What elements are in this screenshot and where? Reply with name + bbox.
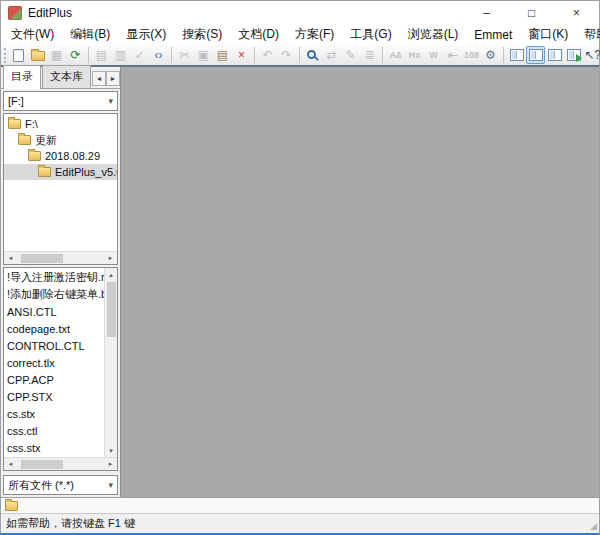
scrollbar-thumb[interactable]: [21, 460, 63, 469]
spell-check-icon: ✓: [130, 46, 149, 64]
menu-item-search[interactable]: 搜索(S): [174, 24, 230, 45]
toolbar-separator: [382, 47, 383, 63]
preferences-icon[interactable]: ⚙: [481, 46, 500, 64]
file-item[interactable]: CONTROL.CTL: [4, 337, 104, 354]
tab-cliptext[interactable]: 文本库: [42, 65, 91, 88]
scrollbar-thumb[interactable]: [107, 282, 116, 337]
scrollbar-thumb[interactable]: [21, 254, 63, 263]
title-bar: EditPlus – □ ×: [1, 1, 599, 24]
delete-icon[interactable]: ×: [232, 46, 251, 64]
menu-item-document[interactable]: 文档(D): [230, 24, 287, 45]
cut-icon: ✂: [175, 46, 194, 64]
toggle-browser-icon[interactable]: [564, 46, 583, 64]
tree-item[interactable]: EditPlus_v5.0.125: [4, 164, 117, 180]
file-list-main: !导入注册激活密钥.re!添加删除右键菜单.bANSI.CTLcodepage.…: [4, 268, 117, 457]
tree-item-label: 更新: [35, 133, 57, 148]
print-preview-icon: ▥: [111, 46, 130, 64]
scroll-up-icon[interactable]: ▴: [105, 268, 118, 281]
save-icon: ▦: [47, 46, 66, 64]
file-item[interactable]: correct.tlx: [4, 354, 104, 371]
scroll-left-icon[interactable]: ◂: [4, 458, 17, 471]
toggle-directory-icon[interactable]: [526, 46, 545, 64]
tree-item-label: F:\: [25, 118, 38, 130]
scroll-right-icon[interactable]: ▸: [104, 252, 117, 265]
document-tab-bar: [1, 497, 599, 513]
file-item[interactable]: cs.stx: [4, 405, 104, 422]
folder-icon: [18, 135, 31, 145]
open-file-icon[interactable]: [28, 46, 47, 64]
scroll-right-icon[interactable]: ▸: [104, 458, 117, 471]
tree-item[interactable]: F:\: [4, 116, 117, 132]
toolbar-grip-handle[interactable]: [4, 48, 6, 63]
chevron-down-icon: ▾: [108, 480, 113, 490]
scroll-left-icon[interactable]: ◂: [4, 252, 17, 265]
menu-item-project[interactable]: 方案(F): [287, 24, 342, 45]
menu-item-help[interactable]: 帮助: [576, 24, 600, 45]
maximize-button[interactable]: □: [509, 1, 554, 24]
minimize-button[interactable]: –: [464, 1, 509, 24]
file-item[interactable]: !添加删除右键菜单.b: [4, 286, 104, 303]
function-list-icon: ≣: [360, 46, 379, 64]
menu-item-tools[interactable]: 工具(G): [342, 24, 399, 45]
folder-tree: F:\更新2018.08.29EditPlus_v5.0.125: [4, 114, 117, 251]
menu-bar: 文件(W)编辑(B)显示(X)搜索(S)文档(D)方案(F)工具(G)浏览器(L…: [1, 24, 599, 45]
folder-icon: [38, 167, 51, 177]
tree-item[interactable]: 2018.08.29: [4, 148, 117, 164]
tree-item[interactable]: 更新: [4, 132, 117, 148]
file-filter-select[interactable]: 所有文件 (*.*) ▾: [3, 475, 118, 495]
file-list-panel: !导入注册激活密钥.re!添加删除右键菜单.bANSI.CTLcodepage.…: [3, 267, 118, 471]
folder-icon[interactable]: [5, 501, 18, 511]
file-item[interactable]: !导入注册激活密钥.re: [4, 269, 104, 286]
context-help-icon[interactable]: ↖?: [583, 46, 600, 64]
heading-icon: Hx: [405, 46, 424, 64]
print-icon: ▤: [92, 46, 111, 64]
menu-item-emmet[interactable]: Emmet: [466, 24, 520, 45]
window-controls: – □ ×: [464, 1, 599, 24]
toggle-cliptext-icon[interactable]: [507, 46, 526, 64]
menu-item-file[interactable]: 文件(W): [3, 24, 62, 45]
toolbar: ▦⟳▤▥✓‹›✂▣▤×↶↷⇄✎≣AāHxW⇤108⚙↖?: [1, 45, 599, 67]
toolbar-separator: [503, 47, 504, 63]
paste-icon[interactable]: ▤: [213, 46, 232, 64]
find-in-files-icon: ✎: [341, 46, 360, 64]
menu-item-browser[interactable]: 浏览器(L): [400, 24, 467, 45]
file-list-vertical-scrollbar[interactable]: ▴ ▾: [104, 268, 117, 457]
indent-icon: ⇤: [443, 46, 462, 64]
file-item[interactable]: CPP.ACP: [4, 371, 104, 388]
menu-item-view[interactable]: 显示(X): [118, 24, 174, 45]
menu-item-window[interactable]: 窗口(K): [520, 24, 576, 45]
new-file-icon[interactable]: [9, 46, 28, 64]
toolbar-separator: [299, 47, 300, 63]
save-all-icon[interactable]: ⟳: [66, 46, 85, 64]
file-filter-value: 所有文件 (*.*): [8, 478, 74, 493]
word-wrap-icon: W: [424, 46, 443, 64]
toggle-output-icon[interactable]: [545, 46, 564, 64]
tab-scroll-right-icon[interactable]: ►: [106, 71, 120, 86]
close-button[interactable]: ×: [554, 1, 599, 24]
file-item[interactable]: css.stx: [4, 439, 104, 456]
window-title: EditPlus: [28, 6, 72, 20]
menu-item-edit[interactable]: 编辑(B): [62, 24, 118, 45]
html-toolbar-icon[interactable]: ‹›: [149, 46, 168, 64]
tree-item-label: EditPlus_v5.0.125: [55, 166, 117, 178]
file-item[interactable]: codepage.txt: [4, 320, 104, 337]
file-item[interactable]: CPP.STX: [4, 388, 104, 405]
file-item[interactable]: ANSI.CTL: [4, 303, 104, 320]
redo-icon: ↷: [277, 46, 296, 64]
file-list-horizontal-scrollbar[interactable]: ◂ ▸: [4, 457, 117, 470]
tree-item-label: 2018.08.29: [45, 150, 100, 162]
file-list: !导入注册激活密钥.re!添加删除右键菜单.bANSI.CTLcodepage.…: [4, 268, 104, 457]
find-icon[interactable]: [303, 46, 322, 64]
status-text: 如需帮助，请按键盘 F1 键: [6, 516, 135, 531]
app-window: EditPlus – □ × 文件(W)编辑(B)显示(X)搜索(S)文档(D)…: [0, 0, 600, 535]
tree-horizontal-scrollbar[interactable]: ◂ ▸: [4, 251, 117, 264]
scroll-down-icon[interactable]: ▾: [105, 444, 118, 457]
replace-icon: ⇄: [322, 46, 341, 64]
file-item[interactable]: css.ctl: [4, 422, 104, 439]
resize-grip[interactable]: ◢: [590, 521, 597, 531]
drive-select[interactable]: [F:] ▾: [3, 91, 118, 111]
toolbar-separator: [88, 47, 89, 63]
tab-directory[interactable]: 目录: [3, 65, 41, 89]
sidebar-tabs: 目录 文本库 ◄ ►: [1, 67, 120, 89]
tab-scroll-left-icon[interactable]: ◄: [92, 71, 106, 86]
